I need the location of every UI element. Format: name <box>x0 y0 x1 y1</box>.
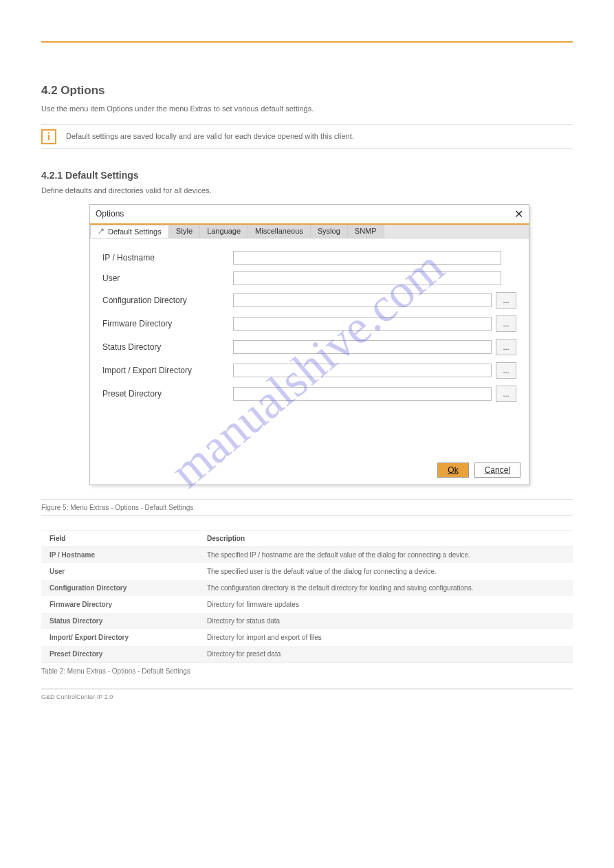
cell-desc: Directory for preset data <box>199 645 573 662</box>
tab-label: Syslog <box>318 227 340 235</box>
options-dialog: Options ✕ Default Settings Style Languag… <box>89 204 529 485</box>
table-row: Configuration Directory The configuratio… <box>41 579 573 596</box>
close-icon[interactable]: ✕ <box>514 208 523 221</box>
label-predir: Preset Directory <box>102 389 233 399</box>
tab-miscellaneous[interactable]: Miscellaneous <box>248 225 311 238</box>
bottom-rule <box>41 689 573 689</box>
tab-label: Style <box>176 227 193 235</box>
table-row: Status Directory Directory for status da… <box>41 612 573 629</box>
tab-style[interactable]: Style <box>169 225 200 238</box>
cell-field: Status Directory <box>41 612 199 629</box>
tab-label: Default Settings <box>108 227 162 236</box>
label-iedir: Import / Export Directory <box>102 366 233 375</box>
description-table: Field Description IP / Hostname The spec… <box>41 530 573 663</box>
cell-field: Import/ Export Directory <box>41 629 199 645</box>
tab-default-settings[interactable]: Default Settings <box>90 225 169 238</box>
user-field[interactable] <box>233 271 501 285</box>
cell-desc: The specified user is the default value … <box>199 563 573 579</box>
tab-language[interactable]: Language <box>200 225 248 238</box>
cell-field: Preset Directory <box>41 645 199 662</box>
figure-caption: Figure 5: Menu Extras - Options - Defaul… <box>41 499 573 516</box>
table-caption: Table 2: Menu Extras - Options - Default… <box>41 663 573 675</box>
cell-desc: Directory for status data <box>199 612 573 629</box>
info-icon: i <box>41 129 56 144</box>
table-row: Preset Directory Directory for preset da… <box>41 645 573 662</box>
ip-field[interactable] <box>233 251 501 265</box>
table-row: User The specified user is the default v… <box>41 563 573 579</box>
th-field: Field <box>41 530 199 546</box>
stdir-field[interactable] <box>233 340 492 354</box>
fwdir-field[interactable] <box>233 317 492 331</box>
browse-stdir-button[interactable]: ... <box>496 339 516 355</box>
header-rule <box>41 41 573 43</box>
subsection-heading: 4.2.1 Default Settings <box>41 170 573 181</box>
browse-iedir-button[interactable]: ... <box>496 362 516 379</box>
table-row: Import/ Export Directory Directory for i… <box>41 629 573 645</box>
cell-field: User <box>41 563 199 579</box>
browse-fwdir-button[interactable]: ... <box>496 315 516 332</box>
info-text: Default settings are saved locally and a… <box>66 129 354 140</box>
label-user: User <box>102 274 233 283</box>
browse-predir-button[interactable]: ... <box>496 386 516 402</box>
cell-field: Firmware Directory <box>41 596 199 612</box>
tab-label: SNMP <box>355 227 377 235</box>
section-heading: 4.2 Options <box>41 84 573 98</box>
cell-desc: Directory for import and export of files <box>199 629 573 645</box>
ok-button[interactable]: Ok <box>437 463 468 478</box>
tabbar: Default Settings Style Language Miscella… <box>90 225 529 238</box>
browse-cfgdir-button[interactable]: ... <box>496 292 516 309</box>
cell-field: Configuration Directory <box>41 579 199 596</box>
cfgdir-field[interactable] <box>233 293 492 307</box>
tab-syslog[interactable]: Syslog <box>311 225 348 238</box>
label-stdir: Status Directory <box>102 342 233 352</box>
label-cfgdir: Configuration Directory <box>102 296 233 305</box>
tab-label: Miscellaneous <box>255 227 303 235</box>
tab-snmp[interactable]: SNMP <box>348 225 384 238</box>
label-fwdir: Firmware Directory <box>102 319 233 329</box>
subsection-text: Define defaults and directories valid fo… <box>41 186 573 194</box>
section-sub: Use the menu item Options under the menu… <box>41 103 573 115</box>
cell-desc: The specified IP / hostname are the defa… <box>199 546 573 563</box>
tab-label: Language <box>207 227 241 235</box>
footer-text: G&D ControlCenter-IP 2.0 <box>41 693 573 700</box>
label-ip: IP / Hostname <box>102 253 233 263</box>
table-row: Firmware Directory Directory for firmwar… <box>41 596 573 612</box>
dialog-title: Options <box>96 209 124 219</box>
table-row: IP / Hostname The specified IP / hostnam… <box>41 546 573 563</box>
info-box: i Default settings are saved locally and… <box>41 124 573 149</box>
predir-field[interactable] <box>233 387 492 401</box>
cell-desc: Directory for firmware updates <box>199 596 573 612</box>
cell-desc: The configuration directory is the defau… <box>199 579 573 596</box>
iedir-field[interactable] <box>233 364 492 377</box>
cell-field: IP / Hostname <box>41 546 199 563</box>
wrench-icon <box>98 227 105 235</box>
cancel-button[interactable]: Cancel <box>474 463 520 478</box>
th-desc: Description <box>199 530 573 546</box>
